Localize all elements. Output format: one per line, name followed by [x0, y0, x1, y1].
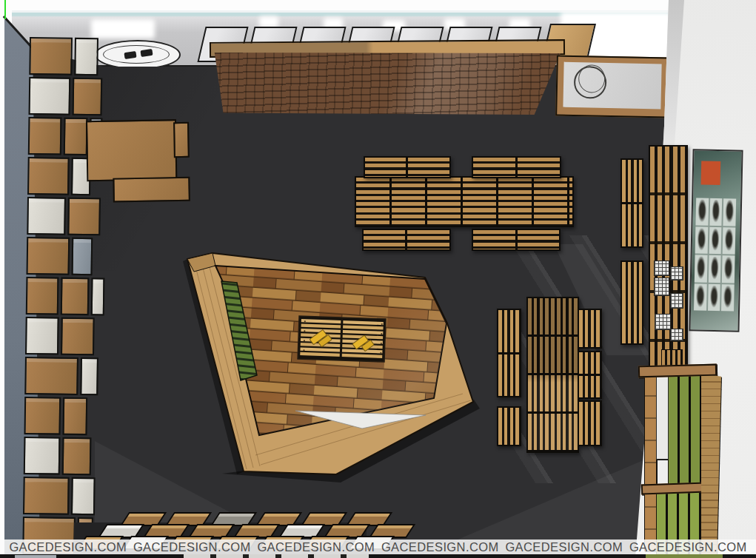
- poster-cell: [723, 198, 736, 226]
- green-shelf-wood-side: [701, 374, 721, 557]
- poster-orange-block: [701, 161, 721, 186]
- shelf-cubby: [73, 78, 103, 116]
- poster-cell: [695, 255, 707, 282]
- bench-v-left-1: [497, 309, 521, 354]
- shelf-row: [24, 357, 99, 395]
- green-panel-upper: [668, 372, 703, 485]
- shelf-cubby: [23, 477, 70, 515]
- green-shelf-top-bar: [638, 364, 717, 378]
- render-canvas: GACEDESIGN.COM GACEDESIGN.COM GACEDESIGN…: [0, 0, 756, 558]
- shelf-row: [27, 157, 90, 195]
- shelf-cubby: [80, 357, 98, 395]
- watermark-strip: GACEDESIGN.COM GACEDESIGN.COM GACEDESIGN…: [0, 539, 756, 555]
- shelf-cubby: [74, 38, 98, 75]
- long-table-vertical: [526, 297, 579, 453]
- service-counter: [83, 116, 195, 212]
- shelf-row: [24, 437, 93, 475]
- poster-cell: [723, 227, 735, 255]
- poster-cell: [695, 226, 708, 254]
- shelf-row: [24, 397, 87, 435]
- watermark-text: GACEDESIGN.COM: [9, 540, 127, 554]
- shelf-cubby: [29, 37, 73, 75]
- bottom-edge-bar: [0, 554, 756, 558]
- shelf-cubby: [27, 197, 66, 235]
- poster-cell: [694, 283, 706, 311]
- shelf-row: [29, 37, 98, 75]
- shelf-cubby: [61, 278, 90, 316]
- poster-image-grid: [694, 198, 736, 311]
- skylight-glow: [259, 16, 278, 27]
- shelf-row: [27, 237, 96, 275]
- display-panel-grid-wall: [211, 53, 561, 115]
- green-shelf-left-column: [644, 372, 657, 551]
- shelf-cubby: [71, 238, 93, 275]
- shelf-cubby: [63, 397, 87, 435]
- shelf-row: [26, 277, 101, 315]
- shelf-cubby: [24, 437, 60, 475]
- watermark-text: GACEDESIGN.COM: [381, 540, 499, 554]
- poster-cell: [722, 255, 735, 283]
- bench-top-left: [364, 156, 451, 178]
- shelf-cubby: [24, 357, 78, 395]
- wire-basket: [654, 278, 669, 296]
- bench-v-right-3: [578, 400, 602, 446]
- shelf-cubby: [27, 157, 70, 195]
- long-table-horizontal: [355, 176, 574, 227]
- basin-cabinet: [555, 55, 669, 118]
- ceiling-speaker-icon: [124, 51, 136, 59]
- shelf-cubby: [28, 117, 62, 155]
- bottom-table-edge: [184, 554, 369, 558]
- wire-basket: [670, 329, 683, 341]
- shelf-row: [23, 477, 98, 515]
- bench-v-left-3: [497, 406, 521, 446]
- poster-cell: [708, 255, 720, 283]
- wall-poster: [689, 149, 743, 332]
- shelf-cubby: [29, 77, 71, 115]
- wire-basket: [670, 293, 683, 309]
- watermark-text: GACEDESIGN.COM: [133, 540, 251, 554]
- green-shelf-white-panel: [656, 375, 669, 460]
- counter-main: [86, 119, 177, 181]
- shelf-cubby: [61, 437, 91, 476]
- wall-bench-2: [620, 260, 643, 345]
- shelf-cubby: [26, 277, 59, 315]
- bench-v-right-1: [578, 309, 602, 349]
- bench-bottom-left: [362, 229, 451, 251]
- shelf-cubby: [71, 477, 96, 515]
- shelf-cubby: [24, 397, 61, 435]
- poster-cell: [709, 226, 721, 254]
- shelf-row: [25, 317, 95, 355]
- wire-basket: [670, 266, 683, 280]
- skylight-glow: [91, 19, 155, 38]
- sketchup-axis-line: [4, 0, 6, 19]
- poster-cell: [709, 198, 722, 226]
- bench-top-right: [472, 156, 561, 178]
- watermark-text: GACEDESIGN.COM: [257, 540, 375, 554]
- bench-bottom-right: [472, 229, 561, 251]
- bottom-green-shelf-edge: [646, 554, 723, 558]
- shelf-cubby: [25, 317, 59, 355]
- poster-cell: [695, 198, 708, 225]
- watermark-text: GACEDESIGN.COM: [629, 540, 747, 554]
- bench-v-right-2: [578, 351, 602, 399]
- green-locker-shelf: [635, 360, 726, 558]
- shelf-row: [29, 77, 104, 115]
- poster-cell: [708, 283, 720, 311]
- ceiling-speaker-icon: [140, 49, 153, 57]
- wire-basket: [654, 260, 669, 276]
- counter-side-piece: [173, 122, 190, 158]
- shelf-cubby: [61, 317, 95, 356]
- ceiling-light-fixture: [95, 40, 181, 70]
- shelf-cubby: [91, 278, 105, 315]
- left-shelving-column: [22, 37, 104, 558]
- central-wood-platform: [178, 244, 489, 483]
- wall-bench-1: [620, 158, 643, 248]
- bench-v-left-2: [497, 353, 521, 397]
- counter-extension: [113, 177, 190, 203]
- bottom-wall-sliver: [15, 555, 56, 558]
- shelf-cubby: [27, 237, 70, 275]
- wire-basket: [655, 314, 671, 330]
- poster-cell: [721, 284, 734, 312]
- watermark-text: GACEDESIGN.COM: [505, 540, 623, 554]
